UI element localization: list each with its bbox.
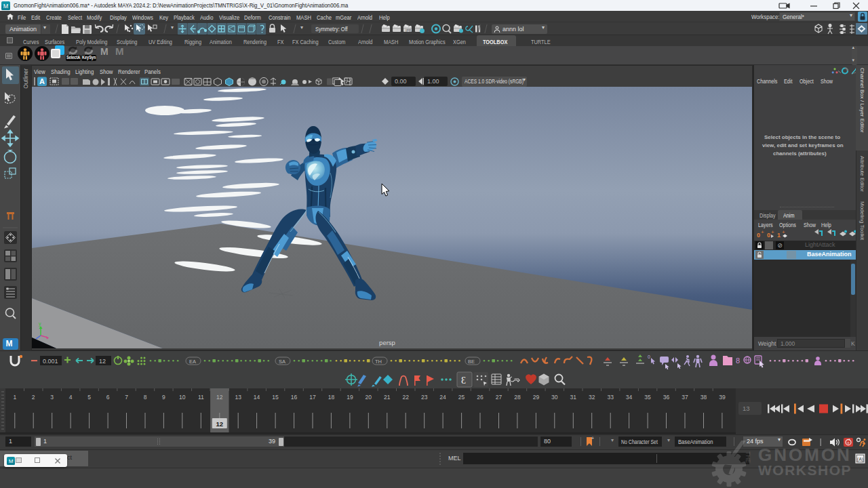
svg-text:5: 5 [87, 394, 91, 401]
svg-text:4: 4 [69, 394, 73, 401]
svg-text:32: 32 [589, 394, 595, 401]
svg-text:6: 6 [106, 394, 110, 401]
svg-text:10: 10 [179, 394, 186, 401]
svg-text:13: 13 [743, 405, 750, 412]
svg-text:37: 37 [682, 394, 688, 401]
svg-text:0: 0 [767, 232, 770, 239]
svg-text:M: M [3, 3, 9, 9]
svg-text:y: y [39, 321, 41, 327]
svg-text:12: 12 [216, 420, 224, 428]
svg-text:WORKSHOP: WORKSHOP [758, 462, 852, 478]
svg-text:Ɛ: Ɛ [461, 375, 466, 386]
svg-text:TH: TH [375, 359, 382, 365]
svg-text:34: 34 [626, 394, 633, 401]
svg-text:0: 0 [757, 232, 760, 239]
svg-text:8: 8 [736, 357, 740, 365]
svg-text:1: 1 [777, 232, 781, 239]
svg-text:+: + [591, 436, 594, 441]
svg-text:+: + [761, 229, 764, 235]
svg-text:16: 16 [291, 394, 298, 401]
svg-text:30: 30 [551, 394, 558, 401]
svg-text:15: 15 [272, 394, 279, 401]
svg-text:2: 2 [32, 394, 35, 401]
svg-text:0.001: 0.001 [43, 358, 58, 365]
svg-text:31: 31 [570, 394, 577, 401]
svg-text:19: 19 [347, 394, 353, 401]
svg-text:29: 29 [533, 394, 540, 401]
svg-text:24: 24 [439, 394, 446, 401]
svg-text:22: 22 [402, 394, 409, 401]
svg-text:35: 35 [644, 394, 651, 401]
svg-text:39: 39 [719, 394, 726, 401]
svg-text:25: 25 [458, 394, 465, 401]
svg-text:21: 21 [384, 394, 391, 401]
svg-text:THE: THE [745, 451, 751, 463]
svg-text:9: 9 [162, 394, 165, 401]
svg-text:13: 13 [235, 394, 241, 401]
svg-text:23: 23 [421, 394, 428, 401]
svg-text:36: 36 [663, 394, 670, 401]
svg-text:20: 20 [366, 394, 372, 401]
svg-text:+: + [771, 229, 774, 235]
svg-text:28: 28 [514, 394, 521, 401]
svg-text:persp: persp [379, 339, 395, 346]
svg-text:12: 12 [216, 394, 223, 401]
svg-text:11: 11 [198, 394, 204, 401]
svg-text:17: 17 [309, 394, 316, 401]
svg-text:14: 14 [254, 394, 260, 401]
svg-text:M: M [9, 458, 14, 464]
svg-text:A: A [39, 77, 45, 85]
svg-text:0: 0 [648, 354, 650, 359]
svg-text:33: 33 [607, 394, 614, 401]
svg-text:27: 27 [496, 394, 502, 401]
svg-text:IPR: IPR [406, 28, 412, 33]
svg-text:38: 38 [701, 394, 707, 401]
svg-text:+: + [782, 229, 785, 235]
svg-text:12: 12 [99, 358, 106, 365]
svg-text:8: 8 [144, 394, 147, 401]
svg-text:18: 18 [328, 394, 335, 401]
svg-text:EA: EA [189, 359, 196, 365]
svg-text:BE: BE [468, 359, 475, 365]
svg-text:SA: SA [279, 359, 285, 365]
svg-text:7: 7 [125, 394, 128, 401]
svg-text:26: 26 [477, 394, 484, 401]
svg-text:3: 3 [50, 394, 54, 401]
svg-text:1: 1 [13, 394, 16, 401]
